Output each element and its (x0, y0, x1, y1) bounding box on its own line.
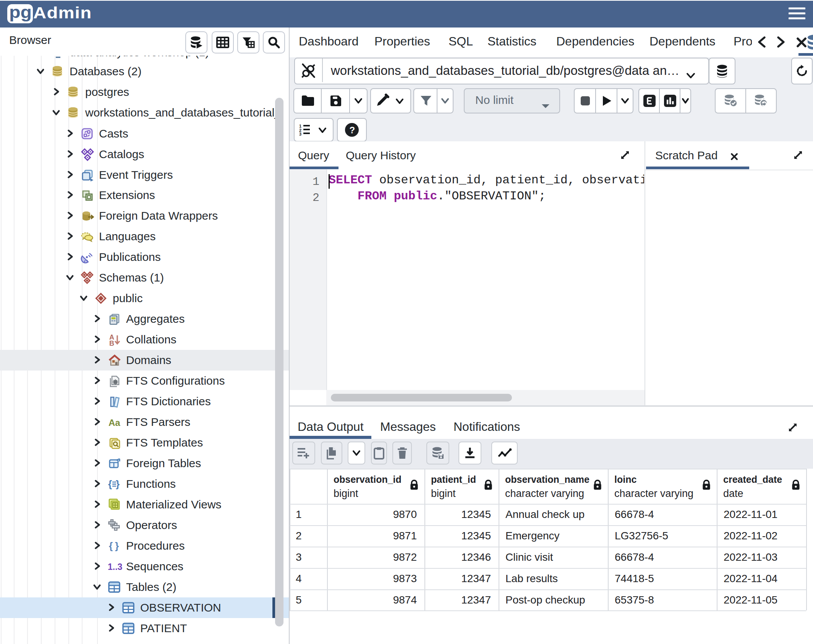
svg-text:}: } (116, 478, 120, 490)
svg-text:3: 3 (299, 132, 301, 136)
svg-text:?: ? (350, 125, 355, 135)
svg-text:{: { (108, 478, 112, 490)
svg-text:{: { (109, 540, 113, 552)
svg-text:Aa: Aa (109, 417, 120, 428)
svg-text:1..3: 1..3 (108, 562, 122, 572)
svg-text:}: } (115, 540, 119, 552)
svg-text:B: B (109, 340, 114, 347)
